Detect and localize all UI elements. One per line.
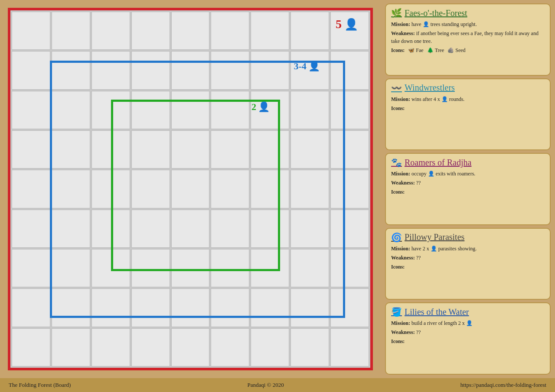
cell <box>330 170 369 208</box>
card-wind: 〰️ Windwrestlers Mission: wins after 4 x… <box>385 78 551 151</box>
cell <box>291 288 329 327</box>
cell <box>12 249 50 287</box>
cell <box>131 210 170 248</box>
cell <box>291 170 329 208</box>
footer-left: The Folding Forest (Board) <box>9 382 71 389</box>
cell <box>171 91 210 129</box>
cell <box>131 51 170 89</box>
blue-player-label: 3-4 👤 <box>294 61 320 72</box>
card-wind-icons: Icons: <box>391 104 545 112</box>
cell <box>251 51 289 89</box>
cell <box>171 51 210 89</box>
cell <box>291 210 329 248</box>
cell <box>52 288 90 327</box>
cell <box>91 91 130 129</box>
cell <box>91 288 130 327</box>
cell <box>91 210 130 248</box>
cell <box>171 210 210 248</box>
fae-icon: 🦋 <box>408 46 415 54</box>
card-wind-body: Mission: wins after 4 x 👤 rounds. <box>391 95 545 103</box>
card-wind-title: 〰️ Windwrestlers <box>391 83 545 93</box>
card-roam-weakness: Weakness: ?? <box>391 179 545 187</box>
cell <box>91 328 130 366</box>
card-faes-title: 🌿 Faes-o'-the-Forest <box>391 8 545 18</box>
card-pill: 🌀 Pillowy Parasites Mission: have 2 x 👤 … <box>385 228 551 300</box>
cell <box>251 210 289 248</box>
spiral-icon: 🌀 <box>391 232 402 243</box>
card-roam-icons: Icons: <box>391 188 545 196</box>
red-person-icon: 👤 <box>344 18 358 31</box>
cell <box>291 130 329 168</box>
cell <box>251 130 289 168</box>
board-outer: 5 👤 3-4 👤 2 👤 <box>8 8 373 370</box>
cell <box>131 288 170 327</box>
card-lily-weakness: Weakness: ?? <box>391 328 545 336</box>
fae-icon-item: 🦋 Fae <box>408 46 423 54</box>
cell <box>211 91 249 129</box>
card-pill-title: 🌀 Pillowy Parasites <box>391 232 545 243</box>
cell <box>171 288 210 327</box>
card-faes-weakness: Weakness: if another being ever sees a F… <box>391 29 545 45</box>
board-container: 5 👤 3-4 👤 2 👤 <box>0 0 381 378</box>
card-pill-weakness: Weakness: ?? <box>391 254 545 262</box>
cell <box>131 12 170 50</box>
cell <box>12 130 50 168</box>
cell <box>131 170 170 208</box>
cell <box>330 249 369 287</box>
cell <box>211 210 249 248</box>
green-player-label: 2 👤 <box>251 101 270 113</box>
cell <box>171 130 210 168</box>
card-faes-icons: Icons: 🦋 Fae 🌲 Tree 🪨 Seed <box>391 46 545 54</box>
cell <box>12 170 50 208</box>
cell <box>251 12 289 50</box>
cell <box>52 12 90 50</box>
cell <box>91 170 130 208</box>
cell <box>291 91 329 129</box>
wave-icon: 〰️ <box>391 83 402 93</box>
cell <box>171 249 210 287</box>
cell <box>171 12 210 50</box>
cell <box>52 210 90 248</box>
card-lily: 🪣 Lilies of the Water Mission: build a r… <box>385 302 551 375</box>
leaf-icon: 🌿 <box>391 8 402 18</box>
cell <box>211 51 249 89</box>
seed-icon-item: 🪨 Seed <box>447 46 465 54</box>
cell <box>211 12 249 50</box>
tree-icon-item: 🌲 Tree <box>427 46 444 54</box>
cell <box>291 12 329 50</box>
cell <box>251 328 289 366</box>
card-lily-body: Mission: build a river of length 2 x 👤 <box>391 319 545 327</box>
cell <box>330 130 369 168</box>
cell <box>330 328 369 366</box>
cell <box>291 249 329 287</box>
cell <box>52 170 90 208</box>
cell <box>91 51 130 89</box>
faes-mission: Mission: have 👤 trees standing upright. <box>391 21 477 27</box>
green-count: 2 <box>251 101 256 113</box>
blue-person-icon: 👤 <box>308 61 320 72</box>
cell <box>330 91 369 129</box>
cell <box>211 130 249 168</box>
cell <box>52 91 90 129</box>
seed-icon: 🪨 <box>447 46 454 54</box>
card-lily-title: 🪣 Lilies of the Water <box>391 307 545 317</box>
cell <box>211 288 249 327</box>
cell <box>91 249 130 287</box>
paw-icon: 🐾 <box>391 157 402 168</box>
cell <box>12 210 50 248</box>
cell <box>12 12 50 50</box>
cell <box>52 130 90 168</box>
cell <box>12 51 50 89</box>
cell <box>251 249 289 287</box>
card-roam-title: 🐾 Roamers of Radjha <box>391 157 545 168</box>
cell <box>330 288 369 327</box>
cell <box>251 288 289 327</box>
cards-panel: 🌿 Faes-o'-the-Forest Mission: have 👤 tre… <box>381 0 555 378</box>
cell <box>211 170 249 208</box>
cell <box>91 130 130 168</box>
footer-right: https://pandaqi.com/the-folding-forest <box>460 382 546 389</box>
cell <box>211 328 249 366</box>
card-roam: 🐾 Roamers of Radjha Mission: occupy 👤 ex… <box>385 153 551 225</box>
cell <box>52 249 90 287</box>
cell <box>12 328 50 366</box>
